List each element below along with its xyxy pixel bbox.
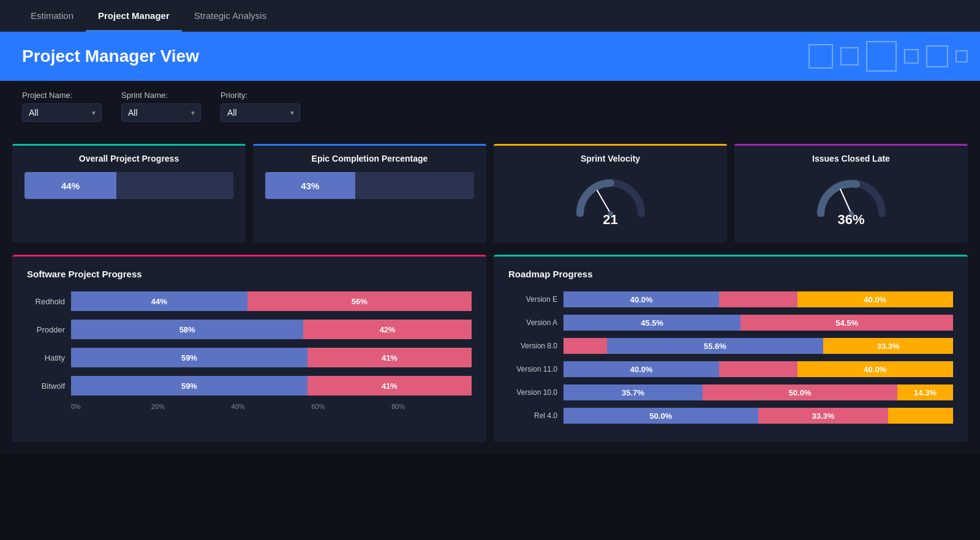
bar-label-hatity: Hatity (27, 353, 71, 362)
deco-rect-3 (866, 41, 897, 72)
deco-rect-5 (926, 45, 948, 67)
bar-row-redhold: Redhold 44% 56% (27, 290, 472, 312)
filter-project-name: Project Name: All (22, 91, 102, 122)
roadmap-label-rel-4: Rel 4.0 (508, 411, 564, 420)
bar-seg-prodder-done: 58% (71, 320, 303, 339)
bar-track-prodder: 58% 42% (71, 320, 472, 339)
epic-completion-title: Epic Completion Percentage (265, 154, 474, 163)
header-banner: Project Manager View (0, 32, 980, 81)
bar-row-hatity: Hatity 59% 41% (27, 347, 472, 369)
x-tick-40: 40% (232, 403, 312, 410)
banner-decoration (796, 32, 980, 81)
issues-closed-late-svg (815, 177, 888, 217)
issues-closed-late-title: Issues Closed Late (747, 154, 956, 163)
roadmap-seg-v11-blue: 40.0% (564, 361, 719, 377)
roadmap-seg-ve-blue: 40.0% (564, 291, 719, 307)
roadmap-row-version-e: Version E 40.0% 40.0% (508, 290, 953, 309)
roadmap-row-version-8: Version 8.0 55.6% 33.3% (508, 337, 953, 355)
roadmap-seg-v11-pink (719, 361, 797, 377)
roadmap-track-version-11: 40.0% 40.0% (564, 361, 953, 377)
page-title: Project Manager View (22, 47, 199, 66)
sprint-name-select[interactable]: All (121, 103, 201, 122)
tab-estimation[interactable]: Estimation (18, 0, 86, 32)
roadmap-row-version-10: Version 10.0 35.7% 50.0% 14.3% (508, 383, 953, 402)
bar-seg-hatity-remaining: 41% (307, 348, 472, 367)
bar-seg-bitwolf-remaining: 41% (307, 376, 472, 396)
bar-track-hatity: 59% 41% (71, 348, 472, 367)
roadmap-seg-v10-pink: 50.0% (703, 384, 897, 400)
project-name-select-wrapper[interactable]: All (22, 103, 102, 122)
roadmap-seg-v10-orange: 14.3% (897, 384, 953, 400)
software-progress-card: Software Project Progress Redhold 44% 56… (12, 255, 486, 442)
tab-project-manager[interactable]: Project Manager (86, 0, 182, 32)
deco-rect-6 (956, 50, 968, 62)
epic-completion-label: 43% (301, 181, 319, 191)
roadmap-track-version-8: 55.6% 33.3% (564, 338, 953, 354)
charts-row: Software Project Progress Redhold 44% 56… (12, 255, 968, 442)
x-tick-0: 0% (71, 403, 151, 410)
software-progress-title: Software Project Progress (27, 269, 472, 279)
roadmap-label-version-10: Version 10.0 (508, 388, 564, 397)
overall-progress-label: 44% (61, 181, 80, 191)
bar-track-bitwolf: 59% 41% (71, 376, 472, 396)
bar-seg-prodder-remaining: 42% (303, 320, 472, 339)
issues-closed-late-value: 36% (837, 212, 864, 228)
sprint-name-label: Sprint Name: (121, 91, 201, 100)
svg-line-0 (597, 190, 611, 214)
filters-row: Project Name: All Sprint Name: All Prior… (0, 81, 980, 132)
filter-priority: Priority: All (221, 91, 300, 122)
roadmap-label-version-8: Version 8.0 (508, 342, 564, 350)
bar-label-redhold: Redhold (27, 297, 71, 306)
bar-row-bitwolf: Bitwolf 59% 41% (27, 375, 472, 397)
metrics-row: Overall Project Progress 44% Epic Comple… (12, 144, 968, 242)
top-navigation: Estimation Project Manager Strategic Ana… (0, 0, 980, 32)
sprint-velocity-value: 21 (603, 212, 617, 228)
roadmap-seg-r4-pink: 33.3% (758, 408, 888, 424)
software-progress-x-axis: 0% 20% 40% 60% 80% (27, 403, 472, 410)
bar-label-bitwolf: Bitwolf (27, 381, 71, 391)
bar-seg-redhold-done: 44% (71, 291, 247, 311)
metric-epic-completion: Epic Completion Percentage 43% (253, 144, 486, 242)
bar-label-prodder: Prodder (27, 325, 71, 334)
epic-completion-fill: 43% (265, 172, 355, 199)
svg-line-2 (840, 189, 851, 214)
priority-select-wrapper[interactable]: All (221, 103, 300, 122)
roadmap-track-version-e: 40.0% 40.0% (564, 291, 953, 307)
roadmap-label-version-11: Version 11.0 (508, 365, 564, 373)
roadmap-track-rel-4: 50.0% 33.3% (564, 408, 953, 424)
roadmap-seg-va-pink: 54.5% (741, 315, 953, 331)
project-name-label: Project Name: (22, 91, 102, 100)
sprint-name-select-wrapper[interactable]: All (121, 103, 201, 122)
metric-sprint-velocity: Sprint Velocity 21 (494, 144, 727, 242)
issues-closed-late-gauge: 36% (747, 172, 956, 233)
roadmap-seg-va-blue: 45.5% (564, 315, 741, 331)
epic-completion-bar: 43% (265, 172, 474, 199)
epic-completion-remainder (355, 172, 474, 199)
tab-strategic-analysis[interactable]: Strategic Analysis (182, 0, 279, 32)
deco-rect-4 (904, 49, 919, 64)
x-tick-60: 60% (311, 403, 391, 410)
roadmap-seg-ve-orange: 40.0% (797, 291, 953, 307)
bar-seg-hatity-done: 59% (71, 348, 307, 367)
filter-sprint-name: Sprint Name: All (121, 91, 201, 122)
deco-rect-1 (809, 44, 833, 69)
metric-overall-progress: Overall Project Progress 44% (12, 144, 246, 242)
roadmap-seg-v8-blue: 55.6% (607, 338, 824, 354)
roadmap-seg-ve-pink (719, 291, 797, 307)
deco-rect-2 (840, 47, 859, 66)
sprint-velocity-title: Sprint Velocity (506, 154, 715, 163)
main-content: Overall Project Progress 44% Epic Comple… (0, 132, 980, 454)
roadmap-seg-r4-orange (888, 408, 953, 424)
roadmap-seg-v8-pink (564, 338, 607, 354)
project-name-select[interactable]: All (22, 103, 102, 122)
roadmap-track-version-10: 35.7% 50.0% 14.3% (564, 384, 953, 400)
x-tick-20: 20% (151, 403, 232, 410)
roadmap-seg-v11-orange: 40.0% (797, 361, 953, 377)
priority-select[interactable]: All (221, 103, 300, 122)
software-progress-chart: Redhold 44% 56% Prodder 58% 42% Hatity (27, 290, 472, 397)
priority-label: Priority: (221, 91, 300, 100)
roadmap-seg-v10-blue: 35.7% (564, 384, 703, 400)
roadmap-title: Roadmap Progress (508, 269, 953, 279)
roadmap-row-rel-4: Rel 4.0 50.0% 33.3% (508, 407, 953, 425)
bar-row-prodder: Prodder 58% 42% (27, 318, 472, 340)
